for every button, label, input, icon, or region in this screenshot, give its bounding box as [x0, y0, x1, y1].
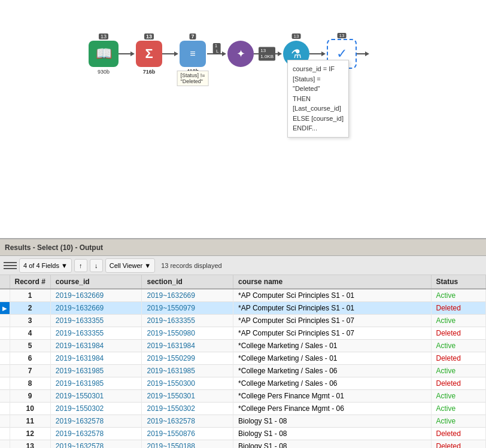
- cell-viewer-label: Cell Viewer: [110, 262, 142, 269]
- table-header-row: Record # course_id section_id course nam…: [0, 275, 486, 289]
- cell-course-id: 2019~1632578: [50, 440, 142, 449]
- cell-course-id: 2019~1631984: [50, 340, 142, 352]
- cell-record: 4: [10, 327, 50, 340]
- col-section-id: section_id: [142, 275, 233, 289]
- cell-status: Deleted: [431, 377, 486, 390]
- cell-course-name: Biology S1 - 08: [233, 440, 431, 449]
- cell-status: Active: [431, 415, 486, 428]
- cell-course-name: *AP Computer Sci Principles S1 - 07: [233, 327, 431, 340]
- records-count: 13 records displayed: [161, 262, 222, 269]
- table-row[interactable]: 52019~16319842019~1631984*College Market…: [0, 340, 486, 352]
- cell-record: 8: [10, 377, 50, 390]
- up-arrow-btn[interactable]: ↑: [74, 259, 87, 272]
- node-summarize[interactable]: Σ 13 716b: [136, 41, 162, 67]
- cell-course-name: *AP Computer Sci Principles S1 - 01: [233, 289, 431, 302]
- cell-course-id: 2019~1632669: [50, 302, 142, 315]
- cell-course-id: 2019~1633355: [50, 327, 142, 340]
- cell-record: 9: [10, 390, 50, 403]
- cell-viewer-chevron: ▼: [144, 262, 151, 269]
- node1-sub-badge: 930b: [98, 69, 110, 75]
- node-input[interactable]: 📖 13 930b: [89, 41, 119, 67]
- fields-chevron: ▼: [61, 262, 68, 269]
- filter-label: [Status] !="Deleted": [177, 71, 209, 86]
- cell-section-id: 2019~1550188: [142, 440, 233, 449]
- join-badge-l: 1 L: [213, 43, 221, 54]
- node-filter[interactable]: ≡ 7 419b [Status] !="Deleted": [180, 41, 206, 67]
- cell-course-id: 2019~1550301: [50, 390, 142, 403]
- table-row[interactable]: 132019~16325782019~1550188Biology S1 - 0…: [0, 440, 486, 449]
- cell-record: 5: [10, 340, 50, 352]
- formula-tooltip: course_id = IF [Status] = "Deleted" THEN…: [287, 60, 349, 138]
- table-row[interactable]: 32019~16333552019~1633355*AP Computer Sc…: [0, 315, 486, 327]
- node2-sub-badge: 716b: [143, 69, 156, 75]
- table-row[interactable]: 62019~16319842019~1550299*College Market…: [0, 352, 486, 365]
- cell-course-id: 2019~1632578: [50, 428, 142, 440]
- cell-status: Active: [431, 403, 486, 415]
- cell-course-id: 2019~1632669: [50, 289, 142, 302]
- cell-status: Active: [431, 315, 486, 327]
- list-icon[interactable]: [4, 259, 17, 272]
- cell-status: Deleted: [431, 327, 486, 340]
- cell-course-id: 2019~1631985: [50, 377, 142, 390]
- cell-status: Active: [431, 365, 486, 377]
- table-row[interactable]: 122019~16325782019~1550876Biology S1 - 0…: [0, 428, 486, 440]
- down-arrow-btn[interactable]: ↓: [90, 259, 103, 272]
- table-row[interactable]: ▶22019~16326692019~1550979*AP Computer S…: [0, 302, 486, 315]
- table-row[interactable]: 72019~16319852019~1631985*College Market…: [0, 365, 486, 377]
- col-course-id: course_id: [50, 275, 142, 289]
- cell-course-name: Biology S1 - 08: [233, 415, 431, 428]
- cell-course-name: *AP Computer Sci Principles S1 - 01: [233, 302, 431, 315]
- cell-course-name: *College Marketing / Sales - 06: [233, 377, 431, 390]
- cell-section-id: 2019~1550300: [142, 377, 233, 390]
- cell-course-name: *College Marketing / Sales - 01: [233, 340, 431, 352]
- results-bar: Results - Select (10) - Output: [0, 239, 486, 256]
- cell-status: Deleted: [431, 440, 486, 449]
- table-row[interactable]: 92019~15503012019~1550301*College Pers F…: [0, 390, 486, 403]
- cell-course-id: 2019~1550302: [50, 403, 142, 415]
- cell-course-name: Biology S1 - 08: [233, 428, 431, 440]
- col-course-name: course name: [233, 275, 431, 289]
- cell-status: Deleted: [431, 302, 486, 315]
- table-row[interactable]: 112019~16325782019~1632578Biology S1 - 0…: [0, 415, 486, 428]
- table-row[interactable]: 42019~16333552019~1550980*AP Computer Sc…: [0, 327, 486, 340]
- cell-status: Deleted: [431, 428, 486, 440]
- data-table: Record # course_id section_id course nam…: [0, 275, 486, 448]
- node-join[interactable]: ✦ 13 1.0KB: [227, 41, 254, 67]
- cell-course-id: 2019~1632578: [50, 415, 142, 428]
- cell-status: Deleted: [431, 352, 486, 365]
- cell-viewer-dropdown[interactable]: Cell Viewer ▼: [105, 258, 155, 273]
- cell-section-id: 2019~1550876: [142, 428, 233, 440]
- node2-top-badge: 13: [144, 33, 154, 39]
- node3-top-badge: 7: [189, 33, 196, 39]
- node1-top-badge: 13: [99, 33, 108, 39]
- table-row[interactable]: 102019~15503022019~1550302*College Pers …: [0, 403, 486, 415]
- cell-course-id: 2019~1633355: [50, 315, 142, 327]
- cell-section-id: 2019~1550299: [142, 352, 233, 365]
- cell-section-id: 2019~1633355: [142, 315, 233, 327]
- cell-course-id: 2019~1631985: [50, 365, 142, 377]
- cell-course-name: *College Marketing / Sales - 06: [233, 365, 431, 377]
- table-row[interactable]: 82019~16319852019~1550300*College Market…: [0, 377, 486, 390]
- fields-dropdown[interactable]: 4 of 4 Fields ▼: [19, 258, 72, 273]
- cell-section-id: 2019~1631984: [142, 340, 233, 352]
- cell-record: 1: [10, 289, 50, 302]
- cell-record: 6: [10, 352, 50, 365]
- cell-section-id: 2019~1632578: [142, 415, 233, 428]
- cell-record: 12: [10, 428, 50, 440]
- toolbar: 4 of 4 Fields ▼ ↑ ↓ Cell Viewer ▼ 13 rec…: [0, 256, 486, 275]
- cell-status: Active: [431, 340, 486, 352]
- node5-top-badge: 13: [292, 33, 301, 39]
- col-status: Status: [431, 275, 486, 289]
- cell-course-name: *College Pers Finance Mgmt - 06: [233, 403, 431, 415]
- cell-status: Active: [431, 390, 486, 403]
- node4-side-badge: 13 1.0KB: [259, 47, 275, 61]
- node6-top-badge: 13: [338, 33, 347, 38]
- cell-section-id: 2019~1632669: [142, 289, 233, 302]
- fields-label: 4 of 4 Fields: [23, 262, 59, 269]
- cell-status: Active: [431, 289, 486, 302]
- table-row[interactable]: 12019~16326692019~1632669*AP Computer Sc…: [0, 289, 486, 302]
- cell-record: 10: [10, 403, 50, 415]
- cell-section-id: 2019~1631985: [142, 365, 233, 377]
- cell-record: 13: [10, 440, 50, 449]
- cell-record: 7: [10, 365, 50, 377]
